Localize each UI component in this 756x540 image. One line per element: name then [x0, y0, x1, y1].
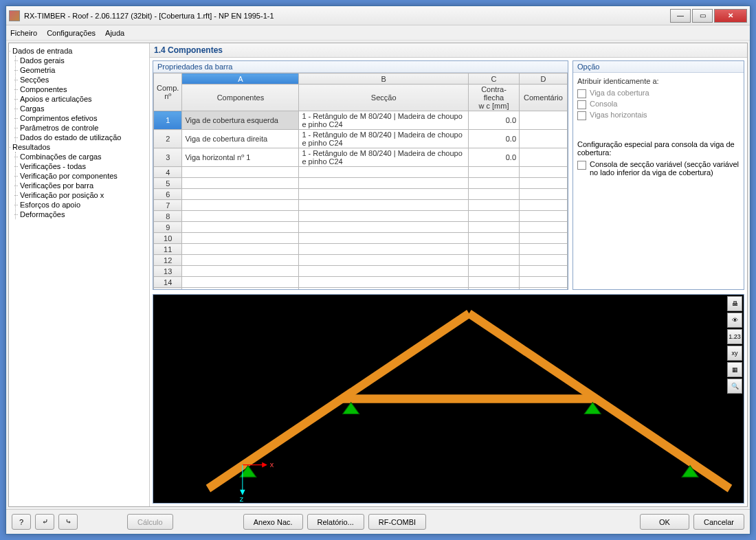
table-row[interactable]: 8 — [154, 211, 568, 222]
rfcombi-button[interactable]: RF-COMBI — [368, 514, 426, 530]
tree-item[interactable]: Cargas — [19, 104, 147, 113]
vtool-print-icon[interactable]: 🖶 — [727, 296, 742, 311]
grid-title: Propriedades da barra — [153, 61, 568, 73]
titlebar[interactable]: RX-TIMBER - Roof - 2.06.1127 (32bit) - [… — [6, 6, 750, 25]
relatorio-button[interactable]: Relatório... — [307, 514, 364, 530]
tree-item[interactable]: Geometria — [19, 65, 147, 75]
menubar: Ficheiro Configurações Ajuda — [6, 25, 750, 41]
menu-config[interactable]: Configurações — [47, 29, 96, 37]
vtool-render-icon[interactable]: ▦ — [727, 362, 742, 377]
table-row[interactable]: 14 — [154, 277, 568, 288]
checkbox-icon[interactable] — [577, 100, 586, 109]
tree-item[interactable]: Dados gerais — [19, 56, 147, 65]
tree-item[interactable]: Combinações de cargas — [19, 152, 147, 161]
options-panel: Opção Atribuir identicamente a: Viga da … — [572, 60, 744, 290]
menu-help[interactable]: Ajuda — [105, 29, 124, 37]
table-row[interactable]: 9 — [154, 222, 568, 233]
col-A[interactable]: A — [182, 74, 299, 85]
table-row[interactable]: 12 — [154, 255, 568, 266]
components-table[interactable]: Comp. nº A B C D Componentes Secção — [153, 73, 568, 289]
close-button[interactable]: ✕ — [714, 9, 747, 23]
help-button[interactable]: ? — [12, 514, 31, 530]
col-seccao[interactable]: Secção — [299, 85, 469, 111]
calc-button[interactable]: Cálculo — [127, 514, 173, 530]
table-row[interactable]: 15 — [154, 288, 568, 290]
axis-x-label: x — [270, 460, 274, 469]
table-row[interactable]: 6 — [154, 189, 568, 200]
checkbox-icon[interactable] — [577, 89, 586, 98]
option-check[interactable]: Consola — [577, 99, 740, 110]
tree-item[interactable]: Parâmetros de controle — [19, 123, 147, 133]
tree-item[interactable]: Apoios e articulações — [19, 94, 147, 104]
table-row[interactable]: 3Viga horizontal nº 11 - Retângulo de M … — [154, 148, 568, 167]
option-check[interactable]: Vigas horizontais — [577, 110, 740, 121]
sidebar: Dados de entrada Dados geraisGeometriaSe… — [9, 43, 150, 506]
col-C[interactable]: C — [469, 74, 520, 85]
table-row[interactable]: 1Viga de cobertura esquerda1 - Retângulo… — [154, 111, 568, 130]
tree-item[interactable]: Componentes — [19, 85, 147, 94]
col-B[interactable]: B — [299, 74, 469, 85]
app-window: RX-TIMBER - Roof - 2.06.1127 (32bit) - [… — [5, 5, 751, 535]
options-config-label: Configuração especial para consola da vi… — [577, 140, 740, 157]
tree-item[interactable]: Secções — [19, 75, 147, 85]
ok-button[interactable]: OK — [640, 514, 689, 530]
tree-item[interactable]: Deformações — [19, 210, 147, 219]
col-contra[interactable]: Contra-flecha w c [mm] — [469, 85, 520, 111]
svg-marker-4 — [343, 403, 359, 414]
checkbox-icon[interactable] — [577, 161, 586, 170]
menu-file[interactable]: Ficheiro — [10, 29, 37, 37]
tree-item[interactable]: Verificação por posição x — [19, 190, 147, 200]
cancel-button[interactable]: Cancelar — [693, 514, 744, 530]
tree-item[interactable]: Verificações - todas — [19, 161, 147, 171]
table-row[interactable]: 2Viga de cobertura direita1 - Retângulo … — [154, 130, 568, 148]
checkbox-icon[interactable] — [577, 111, 586, 120]
table-row[interactable]: 13 — [154, 266, 568, 277]
vtool-view-icon[interactable]: 👁 — [727, 313, 742, 328]
vtool-axes-icon[interactable]: xy — [727, 346, 742, 361]
minimize-button[interactable]: — — [670, 9, 691, 23]
option-check[interactable]: Viga da cobertura — [577, 88, 740, 99]
tree-item[interactable]: Dados do estado de utilização — [19, 133, 147, 142]
table-row[interactable]: 7 — [154, 200, 568, 211]
col-componentes[interactable]: Componentes — [182, 85, 299, 111]
footer: ? ⤶ ⤷ Cálculo Anexo Nac. Relatório... RF… — [6, 509, 750, 534]
tree-group-results[interactable]: Resultados — [11, 142, 147, 152]
table-row[interactable]: 5 — [154, 178, 568, 189]
svg-marker-8 — [263, 462, 267, 466]
app-icon — [9, 10, 20, 21]
svg-marker-10 — [241, 490, 245, 494]
options-assign-label: Atribuir identicamente a: — [577, 77, 740, 85]
axis-z-label: z — [240, 495, 244, 503]
tree-item[interactable]: Verificação por componentes — [19, 171, 147, 181]
vtool-units-icon[interactable]: 1.23 — [727, 329, 742, 344]
table-row[interactable]: 10 — [154, 233, 568, 244]
tree: Dados de entrada Dados geraisGeometriaSe… — [11, 46, 147, 219]
col-coment[interactable]: Comentário — [520, 85, 568, 111]
window-title: RX-TIMBER - Roof - 2.06.1127 (32bit) - [… — [24, 12, 670, 20]
main-heading: 1.4 Componentes — [150, 43, 747, 58]
next-button[interactable]: ⤷ — [58, 514, 78, 530]
tree-item[interactable]: Comprimentos efetivos — [19, 113, 147, 123]
table-row[interactable]: 11 — [154, 244, 568, 255]
tree-group-inputs[interactable]: Dados de entrada — [11, 46, 147, 56]
tree-item[interactable]: Esforços do apoio — [19, 200, 147, 210]
prev-button[interactable]: ⤶ — [35, 514, 54, 530]
anexo-button[interactable]: Anexo Nac. — [243, 514, 303, 530]
options-title: Opção — [573, 61, 744, 73]
col-D[interactable]: D — [520, 74, 568, 85]
tree-item[interactable]: Verificações por barra — [19, 181, 147, 190]
vtool-zoom-icon[interactable]: 🔍 — [727, 379, 742, 394]
table-row[interactable]: 4 — [154, 167, 568, 178]
viewport-3d[interactable]: x z 🖶 👁 1.23 xy ▦ 🔍 — [153, 294, 744, 504]
options-config-check[interactable]: Consola de secção variável (secção variá… — [577, 159, 740, 177]
maximize-button[interactable]: ▭ — [692, 9, 713, 23]
grid-panel: Propriedades da barra Comp. nº A B C — [153, 60, 568, 290]
col-compno[interactable]: Comp. nº — [154, 74, 182, 111]
